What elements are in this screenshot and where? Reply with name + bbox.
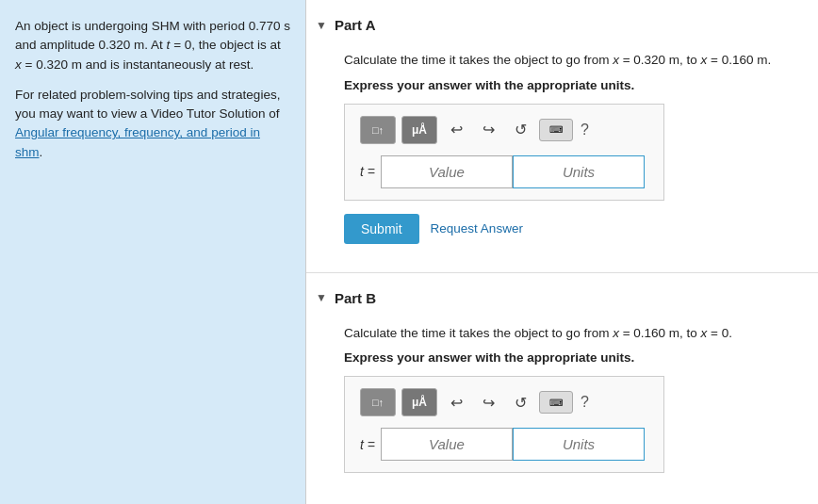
part-b-content: Calculate the time it takes the object t… xyxy=(306,314,818,496)
part-b-section: ▼ Part B Calculate the time it takes the… xyxy=(306,273,818,504)
tip-description: For related problem-solving tips and str… xyxy=(15,86,290,162)
part-a-section: ▼ Part A Calculate the time it takes the… xyxy=(306,0,818,273)
part-b-undo-btn[interactable]: ↩ xyxy=(443,389,469,415)
part-a-t-label: t = xyxy=(360,164,375,179)
part-a-refresh-btn[interactable]: ↺ xyxy=(507,117,533,143)
part-b-redo-btn[interactable]: ↪ xyxy=(475,389,501,415)
part-a-undo-btn[interactable]: ↩ xyxy=(443,117,469,143)
part-a-input-row: t = xyxy=(360,155,648,188)
part-b-units-btn[interactable]: μÅ xyxy=(401,388,437,416)
part-b-value-input[interactable] xyxy=(381,428,513,461)
part-a-units-input[interactable] xyxy=(513,155,645,188)
left-panel: An object is undergoing SHM with period … xyxy=(0,0,306,504)
part-b-header[interactable]: ▼ Part B xyxy=(306,283,818,314)
part-b-refresh-btn[interactable]: ↺ xyxy=(507,389,533,415)
problem-description: An object is undergoing SHM with period … xyxy=(15,17,290,74)
part-a-question: Calculate the time it takes the object t… xyxy=(344,50,788,71)
part-b-express-label: Express your answer with the appropriate… xyxy=(344,350,788,365)
part-a-request-answer-link[interactable]: Request Answer xyxy=(431,221,523,236)
part-a-submit-button[interactable]: Submit xyxy=(344,214,419,244)
part-b-units-input[interactable] xyxy=(513,428,645,461)
part-a-redo-btn[interactable]: ↪ xyxy=(475,117,501,143)
part-b-input-row: t = xyxy=(360,428,648,461)
part-a-help-btn[interactable]: ? xyxy=(581,122,589,138)
part-b-answer-box: □↑ μÅ ↩ ↪ ↺ ⌨ ? t = xyxy=(344,376,664,473)
part-a-matrix-btn[interactable]: □↑ xyxy=(360,116,396,144)
part-b-toolbar: □↑ μÅ ↩ ↪ ↺ ⌨ ? xyxy=(360,388,648,416)
part-a-chevron: ▼ xyxy=(316,19,327,32)
part-a-express-label: Express your answer with the appropriate… xyxy=(344,78,788,92)
tutor-link[interactable]: Angular frequency, frequency, and period… xyxy=(15,125,260,158)
part-b-title: Part B xyxy=(335,290,376,306)
part-a-answer-box: □↑ μÅ ↩ ↪ ↺ ⌨ ? t = xyxy=(344,104,664,201)
part-a-toolbar: □↑ μÅ ↩ ↪ ↺ ⌨ ? xyxy=(360,116,648,144)
part-b-keyboard-btn[interactable]: ⌨ xyxy=(539,391,573,414)
part-a-units-btn[interactable]: μÅ xyxy=(401,116,437,144)
part-a-content: Calculate the time it takes the object t… xyxy=(306,41,818,253)
part-a-value-input[interactable] xyxy=(381,155,513,188)
part-b-help-btn[interactable]: ? xyxy=(581,394,589,411)
part-b-matrix-btn[interactable]: □↑ xyxy=(360,388,396,416)
part-b-t-label: t = xyxy=(360,437,375,452)
part-b-question: Calculate the time it takes the object t… xyxy=(344,323,788,344)
part-a-keyboard-btn[interactable]: ⌨ xyxy=(539,119,573,141)
part-a-header[interactable]: ▼ Part A xyxy=(306,9,818,41)
part-a-actions: Submit Request Answer xyxy=(344,214,788,244)
part-a-title: Part A xyxy=(335,17,376,33)
right-panel: ▼ Part A Calculate the time it takes the… xyxy=(306,0,818,504)
part-b-chevron: ▼ xyxy=(316,291,327,304)
